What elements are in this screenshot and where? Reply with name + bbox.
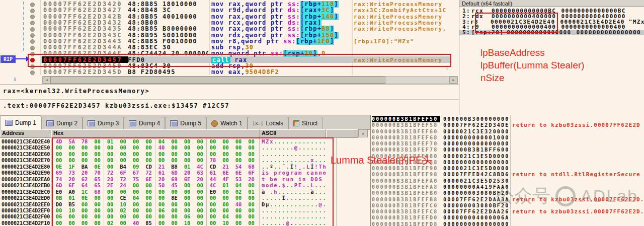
disasm-address[interactable]: 00007FF62E2D3435 <box>43 26 125 32</box>
header-hex[interactable]: Hex <box>51 129 260 137</box>
disasm-comment[interactable]: [rbp+1F0]:"MZx" <box>354 38 450 45</box>
hex-byte: 00 <box>182 195 193 201</box>
scroll-left-arrow-icon[interactable]: ◄ <box>43 77 51 84</box>
tab-locals[interactable]: |x=|Locals <box>248 117 288 129</box>
stack-value: 000000004000006A <box>443 214 512 221</box>
stack-row[interactable]: 000000B3B1BFEF5800007FF62E2D34DEreturn t… <box>371 122 644 128</box>
breakpoint-dot[interactable] <box>30 33 35 38</box>
ascii-char: . <box>290 201 294 208</box>
ascii-char: . <box>306 157 310 164</box>
breakpoint-dot[interactable] <box>30 52 35 56</box>
disasm-bytes[interactable]: 48:83EC 30 <box>128 44 208 51</box>
breakpoint-dot[interactable] <box>30 39 35 44</box>
disasm-instruction[interactable]: mov rax,qword ptr ss:[rbp+B8] <box>211 26 352 32</box>
dump-panel[interactable]: Dump 1Dump 2Dump 3Dump 4Dump 5Watch 1|x=… <box>0 115 371 226</box>
disasm-instruction[interactable]: sub rsp,30 <box>211 44 352 51</box>
header-ascii[interactable]: ASCII <box>260 129 326 137</box>
breakpoint-dot[interactable] <box>30 64 35 69</box>
disasm-address[interactable]: 00007FF62E2D3432 <box>43 20 125 26</box>
disasm-address[interactable]: 00007FF62E2D3457 <box>43 57 125 63</box>
stack-row[interactable]: 000000B3B1BFEF700000000000000000 <box>371 140 644 147</box>
stack-row[interactable]: 000000B3B1BFEF50000000B300000000 <box>371 116 644 122</box>
disasm-comment[interactable]: rax:WriteProcessMemory <box>354 1 450 8</box>
tab-dump-3[interactable]: Dump 3 <box>83 117 124 129</box>
disasm-instruction[interactable]: call rax <box>211 57 352 63</box>
disasm-bytes[interactable]: 44:8B48 3C <box>128 7 208 14</box>
disasm-bytes[interactable]: 48:8B85 40010000 <box>128 14 208 20</box>
hex-byte: 00 <box>53 157 64 164</box>
registers-panel[interactable]: Default (x64 fastcall) 1:rcx000000000000… <box>459 0 644 115</box>
disasm-instruction[interactable]: mov rcx,qword ptr ds:[rax] <box>211 20 352 26</box>
disasm-bytes[interactable]: 48:83C4 30 <box>128 63 208 69</box>
disasm-bytes[interactable]: 48:8B08 <box>128 20 208 26</box>
stack-row[interactable]: 000000B3B1BFEF600000021C3E320000 <box>371 128 644 135</box>
tab-dump-1[interactable]: Dump 1 <box>0 115 41 130</box>
disasm-instruction[interactable]: mov qword ptr ss:[rsp+20],0 <box>211 50 352 57</box>
calling-convention-title[interactable]: Default (x64 fastcall) <box>459 0 644 7</box>
disasm-bytes[interactable]: B8 F2D80495 <box>128 69 208 76</box>
stack-row[interactable]: 000000B3B1BFEFC800007FF62E2DAA26return t… <box>371 208 644 215</box>
disasm-address[interactable]: 00007FF62E2D342B <box>43 14 125 20</box>
disasm-instruction[interactable]: mov rax,qword ptr ss:[rbp+140] <box>211 14 352 20</box>
disasm-comment[interactable]: rax:WriteProcessMemory <box>354 14 450 20</box>
disasm-address[interactable]: 00007FF62E2D3459 <box>43 63 125 69</box>
disasm-comment[interactable]: rax:WriteProcessMemory, <box>354 26 450 32</box>
disasm-address[interactable]: 00007FF62E2D345D <box>43 69 125 76</box>
stack-row[interactable]: 000000B3B1BFEF680000000000001000 <box>371 134 644 141</box>
tab-struct[interactable]: Struct <box>288 117 323 129</box>
disasm-address[interactable]: 00007FF62E2D343C <box>43 32 125 39</box>
ascii-char: . <box>294 189 298 195</box>
breakpoint-dot[interactable] <box>30 27 35 32</box>
disasm-address[interactable]: 00007FF62E2D344A <box>43 44 125 51</box>
scroll-right-arrow-icon[interactable]: ► <box>449 77 457 84</box>
disasm-address[interactable]: 00007FF62E2D3443 <box>43 38 125 45</box>
breakpoint-dot[interactable] <box>30 70 35 75</box>
breakpoint-dot[interactable] <box>30 15 35 19</box>
stack-panel[interactable]: 000000B3B1BFEF50000000B300000000000000B3… <box>370 115 644 226</box>
disasm-bytes[interactable]: 48:8B95 50010000 <box>128 32 208 39</box>
disasm-instruction[interactable]: mov rdx,qword ptr ss:[rbp+150] <box>211 32 352 39</box>
disasm-address[interactable]: 00007FF62E2D344E <box>43 50 125 57</box>
disasm-instruction[interactable]: add rsp,30 <box>211 63 352 69</box>
disasm-bytes[interactable]: 48:8B85 B8000000 <box>128 26 208 32</box>
disasm-comment[interactable]: rax:WriteProcessMemory <box>354 20 450 26</box>
disasm-instruction[interactable]: mov r9d,dword ptr ds:[rax+3C] <box>211 7 352 14</box>
disasm-comment[interactable]: rax+3C:ZombifyActCtx+1C <box>354 7 450 14</box>
disassembly-panel[interactable]: 00007FF62E2D342048:8B85 18010000mov rax,… <box>0 0 459 85</box>
disasm-address[interactable]: 00007FF62E2D3427 <box>43 7 125 14</box>
tab-watch-1[interactable]: Watch 1 <box>206 117 248 129</box>
hex-byte: 00 <box>143 151 154 158</box>
breakpoint-dot[interactable] <box>30 9 35 13</box>
tab-dump-2[interactable]: Dump 2 <box>41 117 83 129</box>
disasm-bytes[interactable]: 48:8B85 18010000 <box>128 1 208 8</box>
breakpoint-dot-active[interactable] <box>30 58 35 62</box>
tab-dump-4[interactable]: Dump 4 <box>124 117 165 129</box>
tab-dump-5[interactable]: Dump 5 <box>165 117 206 129</box>
disasm-bytes[interactable]: 48:C74424 20 00000000 <box>128 50 208 57</box>
stack-row[interactable]: 000000B3B1BFEFA00000021C3E5D2530 <box>371 178 644 184</box>
disasm-instruction[interactable]: mov rax,qword ptr ss:[rbp+118] <box>211 1 352 8</box>
stack-row[interactable]: 000000B3B1BFEF9800007FFED42C8BD6return t… <box>371 171 644 178</box>
hex-byte: 00 <box>220 151 231 158</box>
disasm-bytes[interactable]: 4C:8B85 F0010000 <box>128 38 208 45</box>
breakpoint-dot[interactable] <box>30 46 35 50</box>
ascii-char: . <box>282 201 286 208</box>
ascii-char: . <box>298 213 302 220</box>
disasm-horizontal-scrollbar[interactable]: ◄ ► <box>42 76 458 84</box>
disasm-bytes[interactable]: FFD0 <box>128 57 208 63</box>
disasm-instruction[interactable]: mov r8,qword ptr ss:[rbp+1F0] <box>211 38 352 45</box>
header-address[interactable]: Address <box>0 129 51 137</box>
scroll-up-arrow-icon[interactable]: ▲ <box>358 129 368 137</box>
stack-row[interactable]: 000000B3B1BFEFD0000000004000006A <box>371 214 644 221</box>
stack-row[interactable]: 000000B3B1BFEF78000000B3B1BFF600 <box>371 146 644 153</box>
disasm-comment[interactable]: rax:WriteProcessMemory <box>354 57 450 63</box>
breakpoint-dot[interactable] <box>30 3 35 7</box>
scrollbar-thumb[interactable] <box>50 77 385 84</box>
stack-row[interactable]: 000000B3B1BFEFD80000000000000000 <box>371 221 644 226</box>
scroll-down-chevron-icon[interactable]: ˅ <box>446 66 449 71</box>
disasm-instruction[interactable]: mov eax,9504D8F2 <box>211 69 352 76</box>
disasm-address[interactable]: 00007FF62E2D3420 <box>43 1 125 8</box>
ascii-char: . <box>290 144 294 151</box>
breakpoint-dot[interactable] <box>30 21 35 25</box>
register-row-rsp20[interactable]: 5:[rsp+20]000000000000000000000000000000… <box>459 30 644 35</box>
